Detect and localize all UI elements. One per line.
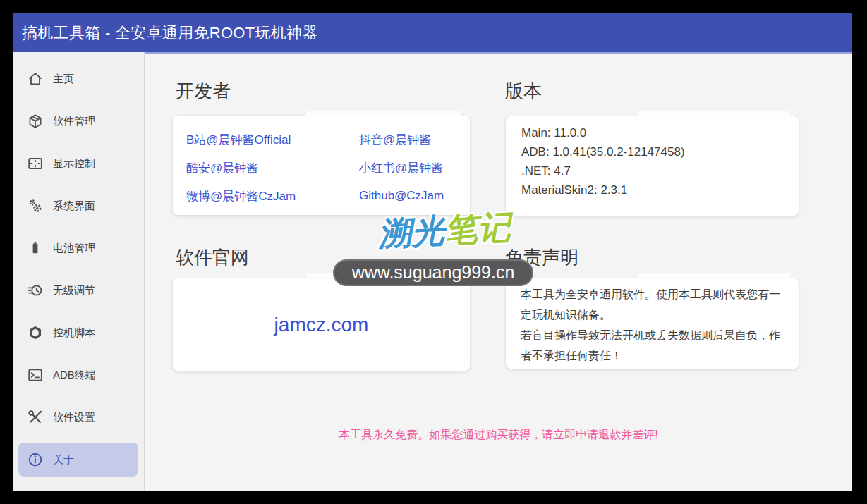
link-weibo[interactable]: 微博@晨钟酱CzJam: [186, 188, 359, 204]
watermark-brand-blue: 溯光: [377, 211, 446, 252]
version-materialskin: MaterialSkin2: 2.3.1: [521, 180, 799, 199]
hexagon-icon: [27, 324, 44, 341]
home-icon: [27, 70, 44, 87]
sidebar-item-label: 软件管理: [53, 115, 95, 128]
sidebar-item-label: 软件设置: [53, 411, 95, 424]
version-main: Main: 11.0.0: [521, 123, 799, 142]
website-card: jamcz.com: [173, 278, 470, 371]
link-coolapk[interactable]: 酷安@晨钟酱: [186, 160, 359, 176]
sidebar-item-home[interactable]: 主页: [18, 62, 138, 96]
battery-icon: [27, 240, 44, 257]
gears-icon: [27, 197, 44, 214]
terminal-icon: [27, 367, 44, 383]
sidebar-item-about[interactable]: 关于: [18, 443, 138, 477]
sidebar-item-adb-terminal[interactable]: ADB终端: [18, 358, 138, 392]
disclaimer-card: 本工具为全安卓通用软件。使用本工具则代表您有一定玩机知识储备。 若盲目操作导致无…: [506, 278, 799, 369]
sidebar-item-label: ADB终端: [53, 369, 96, 382]
developer-card: B站@晨钟酱Official 抖音@晨钟酱 酷安@晨钟酱 小红书@晨钟酱 微博@…: [173, 116, 470, 215]
sidebar-item-battery[interactable]: 电池管理: [18, 231, 138, 265]
version-dotnet: .NET: 4.7: [521, 161, 799, 180]
titlebar: 搞机工具箱 - 全安卓通用免ROOT玩机神器: [13, 13, 852, 52]
info-icon: [27, 451, 44, 468]
sidebar-item-label: 电池管理: [53, 242, 95, 255]
disclaimer-line-1: 本工具为全安卓通用软件。使用本工具则代表您有一定玩机知识储备。: [521, 284, 787, 325]
sidebar-item-control-script[interactable]: 控机脚本: [18, 316, 138, 350]
window-title: 搞机工具箱 - 全安卓通用免ROOT玩机神器: [22, 23, 318, 44]
disclaimer-section-title: 免责声明: [505, 245, 578, 270]
free-notice: 本工具永久免费。如果您通过购买获得，请立即申请退款并差评!: [145, 428, 852, 443]
sidebar-item-label: 关于: [53, 453, 74, 467]
developer-section-title: 开发者: [176, 79, 231, 104]
window-body: 主页 软件管理 显示控制 系统界面: [13, 52, 852, 491]
sidebar: 主页 软件管理 显示控制 系统界面: [13, 52, 145, 491]
sidebar-item-app-manage[interactable]: 软件管理: [18, 104, 138, 138]
sidebar-item-app-settings[interactable]: 软件设置: [18, 400, 138, 434]
sidebar-item-label: 主页: [53, 73, 74, 86]
display-icon: [27, 155, 44, 172]
app-window: 搞机工具箱 - 全安卓通用免ROOT玩机神器 主页 软件管理 显示控制: [13, 13, 852, 491]
version-adb: ADB: 1.0.41(35.0.2-12147458): [521, 142, 799, 161]
sidebar-item-label: 无级调节: [53, 284, 95, 297]
website-link[interactable]: jamcz.com: [274, 314, 369, 336]
tools-icon: [27, 409, 44, 426]
website-section-title: 软件官网: [176, 245, 249, 270]
sidebar-item-label: 显示控制: [53, 157, 95, 171]
link-xiaohongshu[interactable]: 小红书@晨钟酱: [359, 160, 470, 176]
package-icon: [27, 113, 44, 130]
main-content: 开发者 B站@晨钟酱Official 抖音@晨钟酱 酷安@晨钟酱 小红书@晨钟酱…: [145, 52, 852, 491]
timelapse-icon: [27, 282, 44, 299]
version-card: Main: 11.0.0 ADB: 1.0.41(35.0.2-12147458…: [506, 116, 799, 216]
sidebar-item-label: 系统界面: [53, 199, 95, 213]
link-bilibili[interactable]: B站@晨钟酱Official: [186, 132, 359, 148]
version-section-title: 版本: [505, 79, 542, 104]
sidebar-item-system-ui[interactable]: 系统界面: [18, 189, 138, 223]
disclaimer-line-2: 若盲目操作导致无法开机或丢失数据则后果自负，作者不承担任何责任！: [521, 325, 787, 366]
sidebar-item-stepless-adjust[interactable]: 无级调节: [18, 273, 138, 307]
link-douyin[interactable]: 抖音@晨钟酱: [359, 132, 470, 148]
link-github[interactable]: Github@CzJam: [359, 189, 470, 203]
sidebar-item-label: 控机脚本: [53, 326, 95, 340]
sidebar-item-display-control[interactable]: 显示控制: [18, 147, 138, 180]
